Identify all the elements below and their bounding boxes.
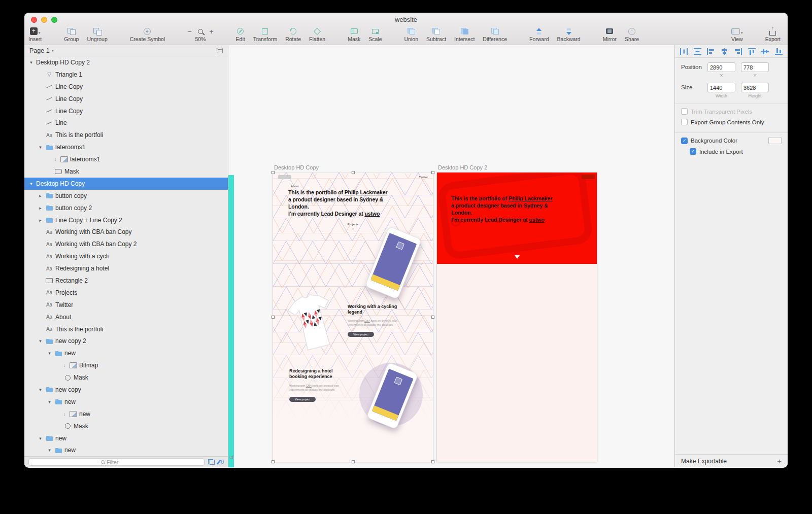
distribute-vertically-icon[interactable] (694, 48, 701, 55)
disclosure-open-icon[interactable]: ▾ (38, 387, 43, 392)
layer-row-twitter[interactable]: AaTwitter (24, 299, 228, 311)
toolbar-export-button[interactable]: Export (765, 27, 781, 42)
add-export-icon[interactable]: + (777, 457, 782, 465)
layer-row-new[interactable]: ▾new (24, 347, 228, 359)
layer-row-line-copy[interactable]: Line Copy (24, 81, 228, 93)
toolbar-forward-button[interactable]: Forward (529, 27, 549, 42)
disclosure-open-icon[interactable]: ▾ (38, 338, 43, 344)
layer-row-desktop-hd-copy[interactable]: ▾Desktop HD Copy (24, 178, 228, 190)
layer-row-mask[interactable]: Mask (24, 371, 228, 384)
toolbar-mirror-button[interactable]: Mirror (603, 27, 617, 42)
page-selector[interactable]: Page 1 ▾ (24, 45, 228, 56)
disclosure-open-icon[interactable]: ▾ (38, 436, 43, 441)
layer-row-mask[interactable]: Mask (24, 420, 228, 432)
layer-row-button-copy[interactable]: ▸button copy (24, 190, 228, 202)
toolbar-insert-button[interactable]: ▾Insert (28, 27, 42, 42)
align-middle-vertically-icon[interactable] (761, 48, 769, 55)
align-left-icon[interactable] (707, 48, 715, 55)
option-export-group-contents-only[interactable]: Export Group Contents Only (675, 117, 788, 127)
layer-row-line-copy-+-line-copy-2[interactable]: ▸Line Copy + Line Copy 2 (24, 214, 228, 226)
toolbar-mask-button[interactable]: Mask (348, 27, 360, 42)
align-center-horizontally-icon[interactable] (721, 48, 728, 55)
toolbar-flatten-button[interactable]: Flatten (309, 27, 325, 42)
position-y-input[interactable] (741, 62, 769, 72)
disclosure-open-icon[interactable]: ▾ (47, 399, 52, 404)
layer-row-desktop-hd-copy-2[interactable]: ▾Desktop HD Copy 2 (24, 56, 228, 68)
option-trim-transparent-pixels[interactable]: Trim Transparent Pixels (675, 106, 788, 117)
artboard-desktop-hd-copy[interactable]: Twitter About This is the portfolio of P… (273, 173, 433, 462)
copy-pages-icon[interactable] (208, 459, 215, 465)
align-right-icon[interactable] (734, 48, 742, 55)
toolbar-view-button[interactable]: ▾View (731, 27, 743, 42)
layer-row-this-is-the-portfoli[interactable]: AaThis is the portfoli (24, 323, 228, 335)
layer-row-working-with-a-cycli[interactable]: AaWorking with a cycli (24, 250, 228, 262)
size-width-input[interactable] (707, 83, 735, 92)
disclosure-open-icon[interactable]: ▾ (47, 448, 52, 453)
disclosure-open-icon[interactable]: ▾ (38, 145, 43, 150)
selection-handle[interactable] (431, 316, 434, 319)
checkbox-unchecked-icon[interactable] (681, 119, 688, 125)
layer-row-line[interactable]: Line (24, 117, 228, 129)
selection-handle[interactable] (272, 460, 275, 463)
selection-handle[interactable] (272, 316, 275, 319)
toolbar-create-symbol-button[interactable]: Create Symbol (130, 27, 165, 42)
layer-row-button-copy-2[interactable]: ▸button copy 2 (24, 202, 228, 214)
disclosure-open-icon[interactable]: ▾ (47, 351, 52, 356)
disclosure-closed-icon[interactable]: ▸ (38, 218, 43, 223)
align-bottom-icon[interactable] (775, 48, 783, 55)
toolbar-transform-button[interactable]: Transform (253, 27, 277, 42)
layer-row-this-is-the-portfoli[interactable]: AaThis is the portfoli (24, 129, 228, 141)
layer-row-new[interactable]: ▾new (24, 432, 228, 444)
zoom-in-button[interactable]: + (209, 27, 213, 42)
toolbar-subtract-button[interactable]: Subtract (426, 27, 446, 42)
layer-row-new-copy-2[interactable]: ▾new copy 2 (24, 335, 228, 347)
artboard1-label[interactable]: Desktop HD Copy (274, 164, 319, 170)
distribute-horizontally-icon[interactable] (680, 48, 688, 55)
layer-row-redesigning-a-hotel[interactable]: AaRedesigning a hotel (24, 262, 228, 275)
layer-row-rectangle-2[interactable]: Rectangle 2 (24, 275, 228, 287)
toolbar-intersect-button[interactable]: Intersect (454, 27, 475, 42)
checkbox-unchecked-icon[interactable] (681, 108, 688, 115)
selection-handle[interactable] (352, 460, 355, 463)
filter-input[interactable] (107, 459, 132, 465)
close-button[interactable] (31, 17, 37, 23)
toolbar-union-button[interactable]: Union (404, 27, 418, 42)
make-exportable-row[interactable]: Make Exportable + (675, 454, 788, 467)
artboard2-label[interactable]: Desktop HD Copy 2 (438, 164, 487, 170)
layer-row-working-with-cba-ban-copy[interactable]: AaWorking with CBA ban Copy (24, 226, 228, 238)
layer-row-laterooms1[interactable]: ↓laterooms1 (24, 153, 228, 165)
zoom-out-button[interactable]: − (187, 27, 191, 42)
disclosure-open-icon[interactable]: ▾ (28, 60, 34, 65)
option-include-in-export[interactable]: ✓Include in Export (675, 146, 788, 157)
toolbar-edit-button[interactable]: Edit (236, 27, 245, 42)
layer-row-new[interactable]: ↓new (24, 408, 228, 420)
canvas[interactable]: er Desktop HD Copy Desktop HD Copy 2 (228, 45, 674, 467)
selection-handle[interactable] (272, 171, 275, 174)
option-background-color[interactable]: ✓Background Color (675, 135, 788, 146)
disclosure-closed-icon[interactable]: ▸ (38, 205, 43, 211)
filter-field[interactable] (28, 458, 205, 466)
align-top-icon[interactable] (748, 48, 756, 55)
layer-row-projects[interactable]: AaProjects (24, 287, 228, 299)
artboard-desktop-hd-copy-2[interactable]: This is the portfolio of Philip Lackmake… (437, 173, 597, 462)
layer-row-line-copy[interactable]: Line Copy (24, 105, 228, 117)
selection-handle[interactable] (431, 171, 434, 174)
disclosure-open-icon[interactable]: ▾ (28, 181, 34, 186)
toolbar-scale-button[interactable]: Scale (368, 27, 382, 42)
layer-row-mask[interactable]: Mask (24, 165, 228, 178)
layer-row-about[interactable]: AaAbout (24, 311, 228, 323)
edit-count-badge[interactable]: 0 (218, 459, 224, 465)
layer-row-new[interactable]: ▾new (24, 444, 228, 457)
selection-handle[interactable] (352, 171, 355, 174)
toolbar-ungroup-button[interactable]: Ungroup (87, 27, 107, 42)
layer-row-triangle-1[interactable]: ▽Triangle 1 (24, 68, 228, 81)
checkbox-checked-icon[interactable]: ✓ (681, 138, 688, 144)
page-list-toggle-icon[interactable] (217, 48, 223, 53)
layer-row-new[interactable]: ▾new (24, 396, 228, 408)
zoom-indicator[interactable]: 50% (195, 27, 206, 42)
layer-row-laterooms1[interactable]: ▾laterooms1 (24, 141, 228, 153)
layer-row-new-copy[interactable]: ▾new copy (24, 384, 228, 396)
background-color-swatch[interactable] (768, 137, 782, 144)
toolbar-rotate-button[interactable]: Rotate (285, 27, 301, 42)
toolbar-backward-button[interactable]: Backward (557, 27, 581, 42)
